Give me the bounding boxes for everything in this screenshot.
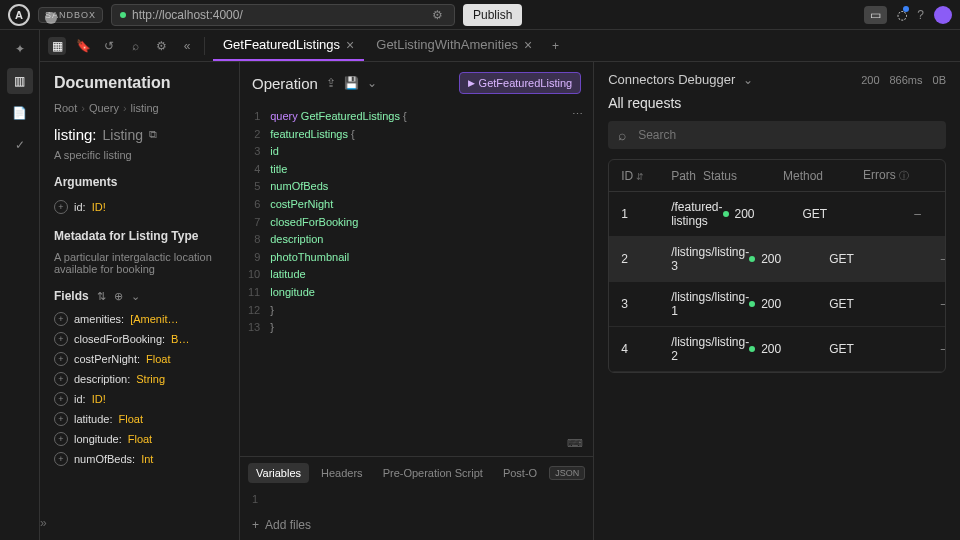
field-row[interactable]: +id: ID! bbox=[54, 197, 225, 217]
close-icon[interactable]: × bbox=[524, 37, 532, 53]
status-dot-icon bbox=[749, 256, 755, 262]
type-type[interactable]: Listing bbox=[103, 127, 143, 143]
field-row[interactable]: +description: String bbox=[54, 369, 225, 389]
add-field-icon[interactable]: + bbox=[54, 412, 68, 426]
cell-path: /listings/listing-1 bbox=[671, 290, 749, 318]
field-row[interactable]: +numOfBeds: Int bbox=[54, 449, 225, 469]
field-row[interactable]: +id: ID! bbox=[54, 389, 225, 409]
fields-heading: Fields bbox=[54, 289, 89, 303]
cell-id: 4 bbox=[621, 342, 671, 356]
layout-icon[interactable]: ▭ bbox=[864, 6, 887, 24]
expand-handle-icon[interactable]: » bbox=[40, 516, 47, 530]
history-icon[interactable]: ↺ bbox=[100, 37, 118, 55]
copy-icon[interactable]: ⧉ bbox=[149, 128, 157, 141]
breadcrumb-item[interactable]: listing bbox=[131, 102, 159, 114]
notifications-icon[interactable]: ◌ bbox=[897, 8, 907, 22]
add-field-icon[interactable]: + bbox=[54, 332, 68, 346]
publish-button[interactable]: Publish bbox=[463, 4, 522, 26]
cell-method: GET bbox=[829, 252, 909, 266]
field-row[interactable]: +costPerNight: Float bbox=[54, 349, 225, 369]
field-row[interactable]: +latitude: Float bbox=[54, 409, 225, 429]
add-field-icon[interactable]: + bbox=[54, 352, 68, 366]
add-field-icon[interactable]: + bbox=[54, 392, 68, 406]
add-files-button[interactable]: +Add files bbox=[240, 510, 593, 540]
bookmark-icon[interactable]: 🔖 bbox=[74, 37, 92, 55]
panel-toggle-icon[interactable]: ▦ bbox=[48, 37, 66, 55]
add-field-icon[interactable]: + bbox=[54, 452, 68, 466]
field-type: B… bbox=[171, 333, 189, 345]
vars-tab[interactable]: Post-O bbox=[495, 463, 545, 483]
add-field-icon[interactable]: + bbox=[54, 432, 68, 446]
field-row[interactable]: +closedForBooking: B… bbox=[54, 329, 225, 349]
col-id[interactable]: ID⇵ bbox=[621, 169, 671, 183]
field-name: amenities: bbox=[74, 313, 124, 325]
breadcrumb: Root›Query›listing bbox=[54, 102, 225, 114]
col-method[interactable]: Method bbox=[783, 169, 863, 183]
add-field-icon[interactable]: + bbox=[54, 312, 68, 326]
chevron-down-icon[interactable]: ⌄ bbox=[367, 76, 377, 90]
col-path[interactable]: Path bbox=[671, 169, 703, 183]
response-time: 866ms bbox=[890, 74, 923, 86]
metadata-heading: Metadata for Listing Type bbox=[54, 229, 225, 243]
cell-path: /listings/listing-2 bbox=[671, 335, 749, 363]
chevron-down-icon[interactable]: ⌄ bbox=[131, 290, 140, 303]
cell-method: GET bbox=[829, 342, 909, 356]
search-icon[interactable]: ⌕ bbox=[126, 37, 144, 55]
variables-editor[interactable]: 1 bbox=[240, 489, 593, 510]
app-logo[interactable]: A bbox=[8, 4, 30, 26]
add-field-icon[interactable]: + bbox=[54, 200, 68, 214]
sort-icon[interactable]: ⇅ bbox=[97, 290, 106, 303]
field-type: ID! bbox=[92, 201, 106, 213]
collapse-icon[interactable]: « bbox=[178, 37, 196, 55]
add-field-icon[interactable]: + bbox=[54, 372, 68, 386]
add-all-icon[interactable]: ⊕ bbox=[114, 290, 123, 303]
field-row[interactable]: +longitude: Float bbox=[54, 429, 225, 449]
help-icon[interactable]: ? bbox=[917, 8, 924, 22]
editor-tab[interactable]: GetListingWithAmenities× bbox=[366, 31, 542, 61]
status-dot-icon bbox=[749, 346, 755, 352]
metadata-description: A particular intergalactic location avai… bbox=[54, 251, 225, 275]
vars-tab[interactable]: Headers bbox=[313, 463, 371, 483]
breadcrumb-item[interactable]: Query bbox=[89, 102, 119, 114]
breadcrumb-item[interactable]: Root bbox=[54, 102, 77, 114]
close-icon[interactable]: × bbox=[346, 37, 354, 53]
keyboard-icon[interactable]: ⌨ bbox=[567, 437, 583, 450]
code-editor[interactable]: ⋯ 12345678910111213 query GetFeaturedLis… bbox=[240, 104, 593, 456]
cell-id: 1 bbox=[621, 207, 671, 221]
sort-icon: ⇵ bbox=[636, 172, 644, 182]
nav-explorer-icon[interactable]: ✦ bbox=[7, 36, 33, 62]
request-row[interactable]: 3/listings/listing-1200GET– bbox=[609, 282, 945, 327]
cell-errors: – bbox=[909, 297, 946, 311]
field-type: Float bbox=[128, 433, 152, 445]
editor-tab[interactable]: GetFeaturedListings× bbox=[213, 31, 364, 61]
type-name: listing: bbox=[54, 126, 97, 143]
url-bar[interactable]: http://localhost:4000/ ⚙ bbox=[111, 4, 455, 26]
more-icon[interactable]: ⋯ bbox=[572, 108, 583, 121]
chevron-down-icon[interactable]: ⌄ bbox=[743, 73, 753, 87]
request-row[interactable]: 4/listings/listing-2200GET– bbox=[609, 327, 945, 372]
operation-title: Operation bbox=[252, 75, 318, 92]
run-operation-button[interactable]: GetFeaturedListing bbox=[459, 72, 582, 94]
nav-checks-icon[interactable]: ✓ bbox=[7, 132, 33, 158]
nav-panel-icon[interactable]: ▥ bbox=[7, 68, 33, 94]
settings-icon[interactable]: ⚙ bbox=[152, 37, 170, 55]
field-row[interactable]: +amenities: [Amenit… bbox=[54, 309, 225, 329]
arguments-heading: Arguments bbox=[54, 175, 225, 189]
field-name: costPerNight: bbox=[74, 353, 140, 365]
vars-tab[interactable]: Pre-Operation Script bbox=[375, 463, 491, 483]
col-status[interactable]: Status bbox=[703, 169, 783, 183]
share-icon[interactable]: ⇪ bbox=[326, 76, 336, 90]
save-icon[interactable]: 💾 bbox=[344, 76, 359, 90]
all-requests-heading: All requests bbox=[608, 95, 946, 111]
search-input[interactable] bbox=[608, 121, 946, 149]
gear-icon[interactable]: ⚙ bbox=[430, 7, 446, 23]
nav-doc-icon[interactable]: 📄 bbox=[7, 100, 33, 126]
request-row[interactable]: 2/listings/listing-3200GET– bbox=[609, 237, 945, 282]
request-row[interactable]: 1/featured-listings200GET– bbox=[609, 192, 945, 237]
add-tab-button[interactable]: + bbox=[544, 39, 567, 53]
vars-tab[interactable]: Variables bbox=[248, 463, 309, 483]
field-type: ID! bbox=[92, 393, 106, 405]
avatar[interactable] bbox=[934, 6, 952, 24]
debugger-title[interactable]: Connectors Debugger bbox=[608, 72, 735, 87]
col-errors[interactable]: Errorsⓘ bbox=[863, 168, 933, 183]
